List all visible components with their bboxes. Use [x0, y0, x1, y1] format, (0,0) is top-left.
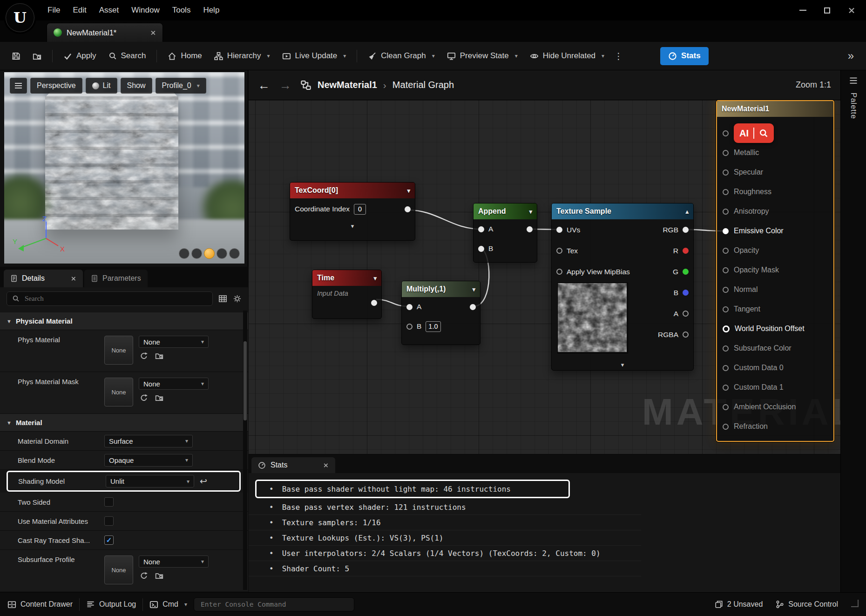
material-pin-metallic[interactable]: Metallic [717, 143, 833, 162]
phys-material-combobox[interactable]: None▾ [139, 336, 209, 348]
preview-viewport[interactable]: Perspective Lit Show Profile_0▾ Z Y X [4, 72, 244, 264]
viewport-toggle[interactable] [216, 248, 227, 259]
node-material-result[interactable]: NewMaterial1 Base Color Metallic Specula… [716, 100, 834, 442]
material-graph-canvas[interactable]: MATERIAL TexCoord[0]▾ Coordinate Index 0… [249, 70, 840, 592]
material-pin-refraction[interactable]: Refraction [717, 417, 833, 436]
material-pin-opacity-mask[interactable]: Opacity Mask [717, 260, 833, 280]
material-pin-custom-data-0[interactable]: Custom Data 0 [717, 358, 833, 378]
menu-tools[interactable]: Tools [172, 6, 191, 15]
node-time[interactable]: Time▾ Input Data [312, 270, 382, 319]
input-pin-uvs[interactable] [556, 227, 562, 233]
tab-details[interactable]: Details [4, 270, 83, 287]
search-button[interactable]: Search [103, 47, 151, 65]
section-physical-material[interactable]: ▼ Physical Material [0, 312, 248, 330]
apply-button[interactable]: Apply [58, 47, 101, 65]
chevron-down-icon[interactable]: ▾ [373, 275, 377, 282]
unreal-logo-icon[interactable]: U [6, 3, 34, 32]
output-pin[interactable] [405, 206, 411, 212]
save-button[interactable] [7, 47, 26, 65]
menu-file[interactable]: File [47, 6, 60, 15]
lit-mode-button[interactable]: Lit [86, 78, 117, 94]
output-pin-a[interactable] [683, 311, 689, 317]
menu-help[interactable]: Help [203, 6, 219, 15]
use-material-attributes-checkbox[interactable] [104, 516, 114, 526]
content-drawer-button[interactable]: Content Drawer [7, 600, 73, 609]
material-pin-subsurface-color[interactable]: Subsurface Color [717, 338, 833, 358]
display-filter-icon[interactable] [218, 294, 227, 303]
material-pin-specular[interactable]: Specular [717, 162, 833, 182]
input-pin-mipbias[interactable] [556, 269, 562, 275]
b-value-field[interactable]: 1.0 [426, 321, 440, 332]
viewport-toggle[interactable] [229, 248, 240, 259]
shading-model-combobox[interactable]: Unlit▾ [106, 475, 194, 487]
toolbar-more-icon[interactable]: ⋮ [611, 51, 626, 61]
use-selected-asset-icon[interactable] [140, 393, 148, 402]
home-button[interactable]: Home [162, 47, 207, 65]
tab-parameters[interactable]: Parameters [84, 270, 148, 287]
output-pin-b[interactable] [683, 290, 689, 296]
phys-material-mask-combobox[interactable]: None▾ [139, 378, 209, 390]
chevron-up-icon[interactable]: ▴ [685, 208, 689, 215]
preview-state-button[interactable]: Preview State▾ [442, 47, 523, 65]
viewport-toggle[interactable] [179, 248, 189, 259]
input-pin-b[interactable] [478, 246, 484, 252]
section-material[interactable]: ▼ Material [0, 414, 248, 432]
output-pin[interactable] [470, 304, 476, 310]
cmd-selector[interactable]: Cmd ▾ [149, 600, 187, 609]
perspective-button[interactable]: Perspective [30, 78, 82, 94]
chevron-down-icon[interactable]: ▾ [529, 208, 532, 215]
details-scrollbar[interactable] [243, 311, 247, 590]
tab-newmaterial1[interactable]: NewMaterial1* [47, 23, 163, 42]
node-texcoord[interactable]: TexCoord[0]▾ Coordinate Index 0 ▾ [290, 182, 415, 241]
menu-window[interactable]: Window [131, 6, 159, 15]
output-log-button[interactable]: Output Log [86, 600, 136, 609]
clean-graph-button[interactable]: Clean Graph▾ [363, 47, 440, 65]
cast-ray-traced-checkbox[interactable]: ✓ [104, 535, 114, 545]
material-domain-combobox[interactable]: Surface▾ [104, 435, 193, 447]
browse-to-asset-icon[interactable] [155, 393, 163, 402]
node-append[interactable]: Append▾ A B [473, 203, 537, 263]
browse-to-asset-icon[interactable] [155, 352, 163, 360]
toolbar-overflow-icon[interactable]: » [848, 49, 859, 62]
live-update-button[interactable]: Live Update▾ [277, 47, 352, 65]
node-texture-sample[interactable]: Texture Sample▴ UVs Tex Apply View MipBi… [551, 203, 694, 371]
two-sided-checkbox[interactable] [104, 497, 114, 507]
gear-icon[interactable] [233, 294, 242, 303]
material-pin-anisotropy[interactable]: Anisotropy [717, 202, 833, 221]
input-pin-b[interactable] [406, 324, 413, 330]
minimize-icon[interactable] [791, 2, 815, 19]
node-multiply[interactable]: Multiply(,1)▾ A B1.0 [401, 281, 480, 345]
back-arrow-icon[interactable]: ← [258, 79, 270, 91]
browse-to-asset-icon[interactable] [155, 571, 163, 580]
hierarchy-button[interactable]: Hierarchy▾ [209, 47, 275, 65]
node-expand-icon[interactable]: ▾ [552, 361, 693, 368]
palette-sidebar-tab[interactable]: Palette [840, 70, 866, 592]
browse-asset-button[interactable] [27, 47, 47, 65]
asset-thumbnail[interactable]: None [104, 555, 133, 584]
use-selected-asset-icon[interactable] [140, 352, 148, 360]
details-close-icon[interactable] [71, 276, 75, 281]
viewport-toggle-active[interactable] [204, 248, 215, 259]
input-pin-tex[interactable] [556, 248, 562, 254]
reset-to-default-icon[interactable]: ↩ [200, 476, 207, 487]
menu-edit[interactable]: Edit [73, 6, 86, 15]
material-pin-ambient-occlusion[interactable]: Ambient Occlusion [717, 397, 833, 417]
console-command-input[interactable] [200, 600, 348, 609]
output-pin-r[interactable] [683, 248, 689, 254]
maximize-icon[interactable] [815, 2, 839, 19]
blend-mode-combobox[interactable]: Opaque▾ [104, 454, 193, 467]
unsaved-status[interactable]: 2 Unsaved [715, 600, 763, 609]
viewport-toggle[interactable] [191, 248, 202, 259]
material-pin-normal[interactable]: Normal [717, 280, 833, 299]
asset-thumbnail[interactable]: None [104, 378, 133, 406]
chevron-down-icon[interactable]: ▾ [472, 286, 475, 293]
material-pin-emissive-color[interactable]: Emissive Color [717, 221, 833, 241]
details-search-input[interactable] [24, 294, 207, 303]
menu-asset[interactable]: Asset [99, 6, 119, 15]
node-expand-icon[interactable]: ▾ [290, 220, 415, 232]
tab-close-icon[interactable] [150, 30, 156, 35]
output-pin[interactable] [371, 300, 377, 306]
material-pin-tangent[interactable]: Tangent [717, 299, 833, 319]
tab-stats[interactable]: Stats [251, 457, 335, 473]
profile-button[interactable]: Profile_0▾ [156, 78, 206, 94]
